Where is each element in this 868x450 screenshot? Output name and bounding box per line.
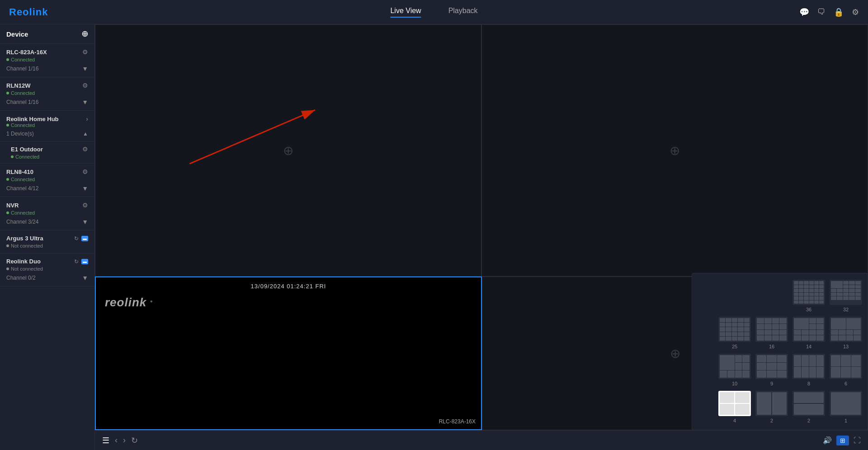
status-dot-argus3: [6, 244, 9, 247]
channel-row-reolinkduo[interactable]: Channel 0/2 ▼: [6, 274, 88, 281]
device-name-reolinkduo: Reolink Duo: [6, 258, 41, 265]
device-item-reolinkduo[interactable]: Reolink Duo ↻ ▬ Not connected Channel 0/…: [0, 253, 94, 286]
device-settings-nvr[interactable]: ⚙: [82, 202, 88, 209]
grid-view-button[interactable]: ⊞: [836, 436, 849, 445]
lock-icon[interactable]: 🔒: [834, 7, 844, 17]
content-area: ⊕ ⊕ 13/09/2024 01:24:21 FRI: [95, 24, 868, 450]
camera-slot-2[interactable]: ⊕: [481, 24, 868, 277]
collapse-icon[interactable]: ▲: [83, 131, 88, 137]
logo: Reolink: [9, 6, 48, 18]
fullscreen-button[interactable]: ⛶: [854, 436, 861, 445]
refresh-button[interactable]: ↻: [131, 436, 138, 445]
layout-option-25[interactable]: 25: [718, 317, 751, 349]
layout-option-14[interactable]: 14: [793, 317, 825, 349]
device-item-nvr[interactable]: NVR ⚙ Connected Channel 3/24 ▼: [0, 197, 94, 230]
volume-icon[interactable]: 🔊: [823, 436, 832, 445]
layout-label-14: 14: [806, 344, 811, 349]
add-camera-icon-1[interactable]: ⊕: [283, 143, 293, 158]
layout-option-2b[interactable]: 2: [793, 391, 825, 423]
layout-label-32: 32: [843, 307, 849, 312]
message-icon[interactable]: 💬: [799, 7, 809, 17]
tab-live-view[interactable]: Live View: [390, 7, 421, 18]
add-camera-icon-2[interactable]: ⊕: [670, 143, 680, 158]
device-settings-e1outdoor[interactable]: ⚙: [82, 145, 88, 153]
layout-option-2a[interactable]: 2: [755, 391, 788, 423]
prev-button[interactable]: ‹: [115, 436, 118, 445]
device-item-e1outdoor[interactable]: E1 Outdoor ⚙ Connected: [0, 142, 94, 164]
channel-arrow-duo: ▼: [82, 274, 88, 281]
add-device-button[interactable]: ⊕: [81, 30, 88, 38]
device-name-nvr: NVR: [6, 202, 19, 209]
settings-icon[interactable]: ⚙: [852, 7, 859, 17]
header-icons: 💬 🗨 🔒 ⚙: [799, 7, 859, 17]
layout-option-32[interactable]: 32: [830, 280, 862, 312]
device-item-homehub[interactable]: Reolink Home Hub › Connected 1 Device(s)…: [0, 111, 94, 142]
device-item-argus3ultra[interactable]: Argus 3 Ultra ↻ ▬ Not connected: [0, 230, 94, 253]
layout-option-10[interactable]: 10: [718, 354, 751, 386]
camera-grid-top: ⊕ ⊕: [95, 24, 868, 277]
channel-arrow-rlc823a: ▼: [82, 65, 88, 72]
device-settings-rlc823a[interactable]: ⚙: [82, 48, 88, 56]
device-status-reolinkduo: Not connected: [6, 266, 88, 272]
device-status-rln12w: Connected: [6, 90, 88, 96]
layout-option-4[interactable]: 4: [718, 391, 751, 423]
layout-option-6[interactable]: 6: [830, 354, 862, 386]
hub-chevron-icon[interactable]: ›: [86, 115, 88, 122]
layout-label-13: 13: [843, 344, 849, 349]
channel-row-nvr[interactable]: Channel 3/24 ▼: [6, 218, 88, 225]
channel-row-rlc823a[interactable]: Channel 1/16 ▼: [6, 65, 88, 72]
camera-watermark: reolink ●: [105, 295, 154, 309]
channel-row-rln8410[interactable]: Channel 4/12 ▼: [6, 185, 88, 192]
svg-line-1: [189, 110, 315, 164]
device-name-homehub: Reolink Home Hub: [6, 116, 59, 122]
layout-label-25: 25: [732, 344, 737, 349]
status-dot-rln12w: [6, 92, 9, 94]
tab-playback[interactable]: Playback: [448, 7, 478, 18]
battery-icon-argus3: ▬: [81, 236, 88, 241]
channel-label-rln12w: Channel 1/16: [6, 99, 38, 105]
list-view-button[interactable]: ☰: [102, 436, 109, 445]
arrow-indicator: [95, 25, 481, 200]
channel-arrow-rln8410: ▼: [82, 185, 88, 192]
channel-label-rlc823a: Channel 1/16: [6, 66, 38, 72]
status-dot-duo: [6, 267, 9, 270]
device-sub-count: 1 Device(s) ▲: [6, 131, 88, 137]
layout-option-8[interactable]: 8: [793, 354, 825, 386]
device-status-e1outdoor: Connected: [11, 154, 88, 159]
sync-icon-argus3[interactable]: ↻: [74, 235, 79, 242]
layout-label-9: 9: [770, 381, 773, 386]
device-settings-rln8410[interactable]: ⚙: [82, 168, 88, 175]
layout-label-6: 6: [844, 381, 847, 386]
layout-label-2b: 2: [807, 418, 810, 423]
device-status-argus3ultra: Not connected: [6, 243, 88, 248]
main-area: Device ⊕ RLC-823A-16X ⚙ Connected Channe…: [0, 24, 868, 450]
layout-option-36[interactable]: 36: [793, 280, 825, 312]
layout-label-16: 16: [769, 344, 774, 349]
camera-slot-1[interactable]: ⊕: [95, 24, 481, 277]
add-camera-icon-right[interactable]: ⊕: [670, 346, 680, 361]
bottom-toolbar: ☰ ‹ › ↻ 🔊 ⊞ ⛶: [95, 430, 868, 450]
battery-icon-duo: ▬: [81, 259, 88, 264]
sidebar: Device ⊕ RLC-823A-16X ⚙ Connected Channe…: [0, 24, 95, 450]
status-dot-rlc823a: [6, 58, 9, 61]
channel-row-rln12w[interactable]: Channel 1/16 ▼: [6, 98, 88, 106]
layout-option-16[interactable]: 16: [755, 317, 788, 349]
sidebar-header: Device ⊕: [0, 24, 94, 44]
camera-device-label: RLC-823A-16X: [439, 418, 476, 425]
layout-option-1[interactable]: 1: [830, 391, 862, 423]
status-dot-e1outdoor: [11, 155, 14, 158]
chat-icon[interactable]: 🗨: [817, 7, 826, 17]
device-item-rln12w[interactable]: RLN12W ⚙ Connected Channel 1/16 ▼: [0, 77, 94, 111]
sync-icon-duo[interactable]: ↻: [74, 258, 79, 265]
camera-timestamp: 13/09/2024 01:24:21 FRI: [251, 283, 326, 290]
layout-option-13[interactable]: 13: [830, 317, 862, 349]
device-name-rln12w: RLN12W: [6, 82, 30, 89]
channel-label-duo: Channel 0/2: [6, 275, 36, 281]
device-status-nvr: Connected: [6, 210, 88, 216]
layout-option-9[interactable]: 9: [755, 354, 788, 386]
device-item-rln8410[interactable]: RLN8-410 ⚙ Connected Channel 4/12 ▼: [0, 164, 94, 197]
camera-live-feed[interactable]: 13/09/2024 01:24:21 FRI reolink ● RLC-82…: [95, 277, 482, 430]
next-button[interactable]: ›: [123, 436, 126, 445]
device-settings-rln12w[interactable]: ⚙: [82, 82, 88, 89]
device-item-rlc823a[interactable]: RLC-823A-16X ⚙ Connected Channel 1/16 ▼: [0, 44, 94, 77]
